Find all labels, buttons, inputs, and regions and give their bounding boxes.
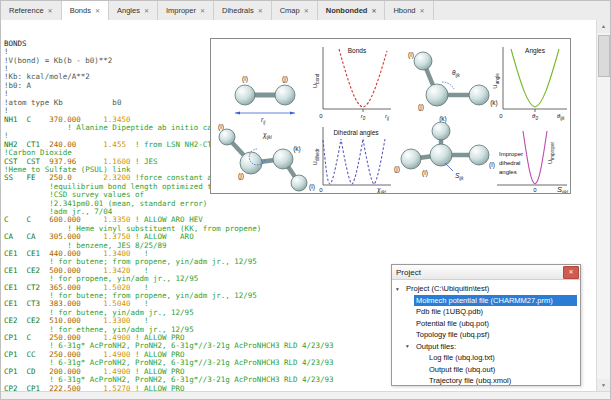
tab-hbond[interactable]: Hbond✕ bbox=[385, 1, 433, 20]
svg-text:rij: rij bbox=[385, 113, 390, 121]
tab-close-icon[interactable]: ✕ bbox=[304, 7, 309, 14]
svg-text:(j): (j) bbox=[394, 165, 400, 173]
tab-close-icon[interactable]: ✕ bbox=[144, 7, 149, 14]
tab-close-icon[interactable]: ✕ bbox=[258, 7, 263, 14]
tree-item[interactable]: ▾Output files: bbox=[392, 341, 580, 353]
tree-item[interactable]: Trajectory file (ubq.xmol) bbox=[392, 375, 580, 387]
svg-text:0: 0 bbox=[533, 187, 537, 193]
angles-panel: (i) (j) (k) θijk Angles Uangle 0 θ0 θijk bbox=[408, 47, 567, 121]
svg-text:(j): (j) bbox=[418, 103, 424, 111]
svg-text:0: 0 bbox=[319, 187, 323, 193]
dihedrals-panel: (i) (j) (k) (l) χijkl Dihedral angles Ud… bbox=[218, 123, 391, 193]
status-strip bbox=[1, 391, 610, 399]
scroll-up-icon[interactable]: ▲ bbox=[597, 20, 610, 33]
tab-angles[interactable]: Angles✕ bbox=[109, 1, 158, 20]
tab-label: Hbond bbox=[393, 6, 415, 15]
svg-text:0: 0 bbox=[499, 113, 503, 119]
svg-text:dihedral: dihedral bbox=[499, 160, 520, 166]
tree-item-label: Topology file (ubq.psf) bbox=[414, 329, 580, 340]
svg-text:Bonds: Bonds bbox=[348, 47, 367, 54]
tab-close-icon[interactable]: ✕ bbox=[200, 7, 205, 14]
tab-improper[interactable]: Improper✕ bbox=[158, 1, 214, 20]
svg-text:(i): (i) bbox=[242, 75, 248, 83]
tab-close-icon[interactable]: ✕ bbox=[95, 7, 100, 14]
svg-text:Sijk: Sijk bbox=[455, 172, 464, 181]
tab-label: Bonds bbox=[70, 6, 91, 15]
expander-icon[interactable]: ▾ bbox=[396, 286, 404, 292]
tab-cmap[interactable]: Cmap✕ bbox=[272, 1, 318, 20]
svg-text:(l): (l) bbox=[489, 161, 495, 169]
tree-item[interactable]: Potential file (ubq.pot) bbox=[392, 318, 580, 330]
svg-text:Ubond: Ubond bbox=[312, 73, 320, 88]
tree-item-label: Pdb file (1UBQ.pdb) bbox=[414, 306, 580, 317]
svg-text:r0: r0 bbox=[361, 113, 366, 121]
svg-text:(j): (j) bbox=[238, 172, 244, 180]
tab-close-icon[interactable]: ✕ bbox=[420, 7, 425, 14]
tab-label: Dihedrals bbox=[222, 6, 254, 15]
svg-text:0: 0 bbox=[319, 113, 323, 119]
svg-text:(j): (j) bbox=[282, 75, 288, 83]
project-titlebar[interactable]: Project ✕ bbox=[392, 265, 580, 280]
tab-label: Reference bbox=[9, 6, 44, 15]
svg-text:Uimproper: Uimproper bbox=[547, 141, 555, 164]
svg-text:Udihedr: Udihedr bbox=[312, 148, 320, 165]
bonds-panel: (i) (j) rij Bonds Ubond 0 r0 rij bbox=[235, 47, 391, 125]
svg-text:(l): (l) bbox=[309, 183, 315, 191]
tab-close-icon[interactable]: ✕ bbox=[371, 7, 376, 14]
tab-bar: Reference✕Bonds✕Angles✕Improper✕Dihedral… bbox=[1, 1, 610, 21]
app-window: Reference✕Bonds✕Angles✕Improper✕Dihedral… bbox=[0, 0, 611, 400]
project-close-button[interactable]: ✕ bbox=[563, 266, 579, 279]
tree-item-label: Potential file (ubq.pot) bbox=[414, 318, 580, 329]
tab-reference[interactable]: Reference✕ bbox=[1, 1, 62, 20]
tab-bonds[interactable]: Bonds✕ bbox=[62, 1, 109, 21]
tree-item[interactable]: Output file (ubq.out) bbox=[392, 364, 580, 376]
tree-item-label: Molmech potential file (CHARMM27.prm) bbox=[414, 295, 577, 306]
project-tree: ▾Project (C:\Ubiquitin\test)Molmech pote… bbox=[392, 280, 580, 387]
tab-close-icon[interactable]: ✕ bbox=[48, 7, 53, 14]
scrollbar-thumb[interactable] bbox=[598, 35, 610, 77]
svg-text:Dihedral angles: Dihedral angles bbox=[333, 129, 379, 137]
tab-label: Improper bbox=[166, 6, 196, 15]
improper-panel: (j) (k) (i) (l) Sijk Improper dihedral a… bbox=[394, 115, 569, 193]
tab-nonbonded[interactable]: Nonbonded✕ bbox=[318, 1, 386, 20]
tree-item[interactable]: Molmech potential file (CHARMM27.prm) bbox=[392, 295, 580, 307]
svg-text:rij: rij bbox=[261, 116, 266, 125]
svg-text:χijkl: χijkl bbox=[376, 186, 387, 193]
vertical-scrollbar[interactable]: ▲ ▼ bbox=[596, 20, 610, 392]
svg-text:θ0: θ0 bbox=[532, 113, 538, 121]
tree-item-label: Output files: bbox=[414, 341, 580, 352]
tab-dihedrals[interactable]: Dihedrals✕ bbox=[214, 1, 272, 20]
svg-text:Improper: Improper bbox=[499, 151, 523, 157]
tree-item[interactable]: ▾Project (C:\Ubiquitin\test) bbox=[392, 283, 580, 295]
tree-item[interactable]: Log file (ubq.log.txt) bbox=[392, 352, 580, 364]
tree-item[interactable]: Pdb file (1UBQ.pdb) bbox=[392, 306, 580, 318]
svg-text:(k): (k) bbox=[293, 145, 301, 153]
tree-item-label: Log file (ubq.log.txt) bbox=[427, 352, 580, 363]
svg-text:(i): (i) bbox=[408, 51, 414, 59]
project-window: Project ✕ ▾Project (C:\Ubiquitin\test)Mo… bbox=[391, 264, 581, 386]
svg-text:Sijkl: Sijkl bbox=[557, 185, 569, 193]
svg-text:(i): (i) bbox=[422, 169, 428, 177]
tree-item-label: Project (C:\Ubiquitin\test) bbox=[404, 283, 580, 294]
tree-item[interactable]: Topology file (ubq.psf) bbox=[392, 329, 580, 341]
expander-icon[interactable]: ▾ bbox=[406, 343, 414, 349]
svg-text:Angles: Angles bbox=[525, 47, 546, 55]
tab-label: Cmap bbox=[280, 6, 300, 15]
svg-text:θijk: θijk bbox=[557, 113, 565, 121]
tree-item-label: Output file (ubq.out) bbox=[427, 364, 580, 375]
forcefield-figure-svg: (i) (j) rij Bonds Ubond 0 r0 rij bbox=[211, 39, 570, 193]
forcefield-figure: (i) (j) rij Bonds Ubond 0 r0 rij bbox=[210, 38, 571, 194]
close-icon: ✕ bbox=[568, 269, 573, 275]
tab-label: Nonbonded bbox=[326, 6, 368, 15]
svg-text:θijk: θijk bbox=[452, 69, 461, 78]
svg-text:χijkl: χijkl bbox=[262, 131, 273, 140]
svg-text:(k): (k) bbox=[490, 99, 498, 107]
tab-label: Angles bbox=[117, 6, 140, 15]
svg-text:Uangle: Uangle bbox=[492, 73, 500, 89]
tree-item-label: Trajectory file (ubq.xmol) bbox=[427, 375, 580, 386]
svg-text:angles: angles bbox=[499, 169, 517, 175]
project-title: Project bbox=[396, 268, 421, 277]
